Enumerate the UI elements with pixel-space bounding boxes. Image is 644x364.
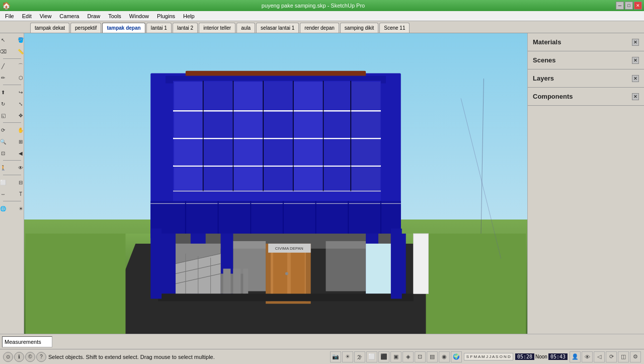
edge-icon[interactable]: ⬜ [366, 351, 377, 362]
menu-plugins[interactable]: Plugins [153, 11, 179, 21]
panel-components[interactable]: Components ✕ [528, 88, 644, 106]
shape-tool[interactable]: ⬡ [12, 72, 24, 83]
offset-tool[interactable]: ◱ [0, 110, 12, 121]
prev-view-tool[interactable]: ◀ [12, 148, 24, 159]
measurements-label: Measurements [5, 339, 41, 345]
viewport[interactable]: CIVIMA DEPAN [24, 33, 527, 334]
menu-file[interactable]: File [1, 11, 18, 21]
orbit2-icon[interactable]: ⟳ [606, 351, 617, 362]
menu-view[interactable]: View [36, 11, 56, 21]
panel-layers[interactable]: Layers ✕ [528, 69, 644, 88]
panel-components-close[interactable]: ✕ [632, 93, 639, 100]
tab-perspektif[interactable]: perspektif [70, 23, 101, 33]
tape-tool[interactable]: 📏 [12, 46, 24, 57]
measurements-box[interactable]: Measurements [2, 336, 52, 347]
svg-rect-61 [294, 167, 323, 190]
tab-samping-dikit[interactable]: samping dikit [340, 23, 378, 33]
scale-tool[interactable]: ⤡ [12, 98, 24, 109]
shadow-tool[interactable]: ☀ [12, 203, 24, 214]
panel-scenes[interactable]: Scenes ✕ [528, 51, 644, 69]
info-icon-1[interactable]: ⊙ [3, 352, 13, 362]
line-tool[interactable]: ╱ [0, 60, 12, 71]
panel-materials-close[interactable]: ✕ [632, 39, 639, 46]
panel-materials-label: Materials [533, 38, 561, 46]
settings-icon[interactable]: ⚙ [630, 351, 641, 362]
render-icon[interactable]: ◈ [403, 351, 414, 362]
zoom-extents-tool[interactable]: ⊡ [0, 148, 12, 159]
freehand-tool[interactable]: ✏ [0, 72, 12, 83]
walk-tool[interactable]: 🚶 [0, 162, 12, 173]
rotate-tool[interactable]: ↻ [0, 98, 12, 109]
menu-draw[interactable]: Draw [83, 11, 104, 21]
tab-tampak-depan[interactable]: tampak depan [102, 23, 145, 33]
face-icon[interactable]: ⬛ [378, 351, 389, 362]
svg-rect-102 [158, 294, 413, 301]
geo-icon[interactable]: 🌍 [451, 351, 462, 362]
panel-layers-close[interactable]: ✕ [632, 75, 639, 82]
menu-help[interactable]: Help [179, 11, 199, 21]
window-controls: ─ □ ✕ [616, 2, 642, 10]
zoom-window-tool[interactable]: ⊞ [12, 136, 24, 147]
camera-icon[interactable]: 📷 [330, 351, 341, 362]
svg-rect-43 [174, 112, 203, 138]
tab-aula[interactable]: aula [236, 23, 255, 33]
tab-tampak-dekat[interactable]: tampak dekat [30, 23, 69, 33]
view-icon[interactable]: ◫ [618, 351, 629, 362]
panel-materials[interactable]: Materials ✕ [528, 33, 644, 51]
section-icon[interactable]: ⊡ [415, 351, 426, 362]
menu-edit[interactable]: Edit [18, 11, 36, 21]
menu-window[interactable]: Window [125, 11, 153, 21]
menu-tools[interactable]: Tools [104, 11, 125, 21]
push-pull-tool[interactable]: ⬆ [0, 87, 12, 98]
section-plane-tool[interactable]: ⬜ [0, 177, 12, 188]
panel-scenes-close[interactable]: ✕ [632, 57, 639, 64]
eye-icon[interactable]: 👁 [582, 351, 593, 362]
tab-interior-teller[interactable]: interior teller [199, 23, 235, 33]
info-icon-3[interactable]: © [25, 352, 35, 362]
svg-rect-54 [294, 139, 323, 166]
svg-rect-55 [324, 139, 351, 166]
arrow-left-icon[interactable]: ◁ [594, 351, 605, 362]
time-end-display: 05:43 [548, 353, 568, 360]
select-tool[interactable]: ↖ [0, 34, 12, 45]
fog-icon[interactable]: 🌫 [354, 351, 365, 362]
dimension-tool[interactable]: ↔ [0, 188, 12, 199]
pan-tool[interactable]: ✋ [12, 124, 24, 135]
display-icon[interactable]: ▣ [390, 351, 401, 362]
person-icon[interactable]: 👤 [570, 351, 581, 362]
eraser-tool[interactable]: ⌫ [0, 46, 12, 57]
info-icon-2[interactable]: ℹ [14, 352, 24, 362]
text-tool[interactable]: T [12, 188, 24, 199]
zoom-tool[interactable]: 🔍 [0, 136, 12, 147]
move-tool[interactable]: ✥ [12, 110, 24, 121]
svg-rect-62 [324, 167, 351, 190]
help-icon[interactable]: ? [36, 352, 46, 362]
look-around-tool[interactable]: 👁 [12, 162, 24, 173]
maximize-button[interactable]: □ [625, 2, 633, 10]
svg-rect-41 [324, 82, 351, 110]
time-noon-label: Noon [535, 354, 547, 359]
tab-selasar-lantai-1[interactable]: selasar lantai 1 [256, 23, 299, 33]
tab-lantai-2[interactable]: lantai 2 [173, 23, 198, 33]
paint-tool[interactable]: 🪣 [12, 34, 24, 45]
model-info-icon[interactable]: ◉ [439, 351, 450, 362]
tab-render-depan[interactable]: render depan [300, 23, 339, 33]
close-button[interactable]: ✕ [634, 2, 642, 10]
tool-group-10: ⊡ ◀ [0, 148, 24, 159]
month-labels: S F M A M J J A S O N D [466, 354, 511, 359]
orbit-tool[interactable]: ⟳ [0, 124, 12, 135]
section-cut-tool[interactable]: ⊟ [12, 177, 24, 188]
tab-lantai-1[interactable]: lantai 1 [146, 23, 172, 33]
layers-icon-bottom[interactable]: ▤ [427, 351, 438, 362]
bottom-icons-left: ⊙ ℹ © ? [3, 352, 46, 362]
tool-group-8: ⟳ ✋ [0, 124, 24, 135]
follow-me-tool[interactable]: ↪ [12, 87, 24, 98]
tab-scene-11[interactable]: Scene 11 [379, 23, 410, 33]
svg-rect-37 [204, 82, 233, 110]
geo-location-tool[interactable]: 🌐 [0, 203, 12, 214]
shadow-on-icon[interactable]: ☀ [342, 351, 353, 362]
arc-tool[interactable]: ⌒ [12, 60, 24, 71]
menu-camera[interactable]: Camera [55, 11, 83, 21]
minimize-button[interactable]: ─ [616, 2, 624, 10]
tool-group-9: 🔍 ⊞ [0, 136, 24, 147]
